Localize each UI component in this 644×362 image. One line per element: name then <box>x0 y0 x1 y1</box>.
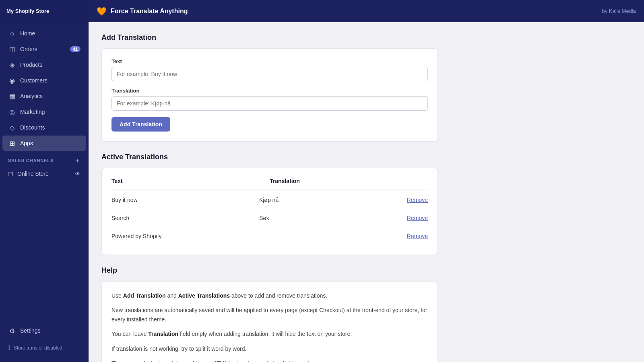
help-card: Use Add Translation and Active Translati… <box>101 281 438 362</box>
add-translation-title: Add Translation <box>101 33 438 42</box>
sidebar-item-label: Customers <box>20 77 47 84</box>
sidebar-item-label: Marketing <box>20 109 45 115</box>
add-translation-card: Text Translation Add Translation <box>101 48 438 142</box>
info-icon <box>8 344 10 352</box>
active-translations-section: Active Translations Text Translation Buy… <box>101 153 438 255</box>
row-translation: Søk <box>259 215 407 221</box>
translation-input[interactable] <box>111 96 428 111</box>
sidebar-item-marketing[interactable]: Marketing <box>2 104 86 119</box>
help-paragraph-2: New translations are automatically saved… <box>111 306 428 324</box>
by-label: by Kalis Media <box>602 8 636 14</box>
topbar: 🧡 Force Translate Anything by Kalis Medi… <box>89 0 644 22</box>
table-row: Buy it now Kjøp nå Remove <box>111 191 428 209</box>
sidebar-bottom: Settings Store transfer disabled <box>0 319 89 362</box>
app-emoji: 🧡 <box>97 6 107 16</box>
discounts-icon <box>8 123 16 132</box>
help-paragraph-5: This app works for translations of text … <box>111 359 428 362</box>
sidebar: My Shopify Store Home Orders 41 Products… <box>0 0 89 362</box>
sidebar-item-orders[interactable]: Orders 41 <box>2 41 86 57</box>
online-store-left: Online Store <box>8 170 49 177</box>
store-icon <box>8 170 13 177</box>
sidebar-item-label: Analytics <box>20 93 43 99</box>
help-paragraph-1: Use Add Translation and Active Translati… <box>111 291 428 300</box>
sidebar-item-customers[interactable]: Customers <box>2 73 86 88</box>
remove-button[interactable]: Remove <box>407 215 428 221</box>
content: Add Translation Text Translation Add Tra… <box>89 22 451 362</box>
active-translations-card: Text Translation Buy it now Kjøp nå Remo… <box>101 168 438 255</box>
sidebar-item-apps[interactable]: Apps <box>2 136 86 151</box>
main-area: 🧡 Force Translate Anything by Kalis Medi… <box>89 0 644 362</box>
row-text: Search <box>111 215 259 221</box>
col-header-text: Text <box>111 178 270 184</box>
table-header: Text Translation <box>111 178 428 189</box>
col-header-translation: Translation <box>270 178 428 184</box>
app-name: Force Translate Anything <box>111 8 188 15</box>
settings-label: Settings <box>20 327 41 334</box>
help-section: Help Use Add Translation and Active Tran… <box>101 266 438 362</box>
table-row: Powered by Shopify Remove <box>111 227 428 245</box>
add-translation-button[interactable]: Add Translation <box>111 117 170 132</box>
sidebar-nav: Home Orders 41 Products Customers Analyt… <box>0 22 89 319</box>
app-title: 🧡 Force Translate Anything <box>97 6 188 16</box>
remove-button[interactable]: Remove <box>407 197 428 203</box>
translations-table: Text Translation Buy it now Kjøp nå Remo… <box>111 178 428 245</box>
customers-icon <box>8 76 16 84</box>
add-translation-section: Add Translation Text Translation Add Tra… <box>101 33 438 142</box>
help-paragraph-3: You can leave Translation field empty wh… <box>111 329 428 338</box>
sidebar-item-label: Apps <box>20 140 33 146</box>
orders-badge: 41 <box>70 46 80 52</box>
sidebar-item-settings[interactable]: Settings <box>2 323 86 338</box>
store-transfer-notice: Store transfer disabled <box>2 340 86 356</box>
sidebar-header: My Shopify Store <box>0 0 89 22</box>
orders-icon <box>8 45 16 53</box>
text-input[interactable] <box>111 67 428 81</box>
settings-icon <box>8 327 16 335</box>
products-icon <box>8 61 16 69</box>
table-row: Search Søk Remove <box>111 209 428 227</box>
add-sales-channel-button[interactable] <box>75 157 80 164</box>
text-field-label: Text <box>111 58 428 64</box>
active-translations-title: Active Translations <box>101 153 438 161</box>
eye-icon[interactable] <box>75 171 80 177</box>
sidebar-item-label: Discounts <box>20 124 45 131</box>
sidebar-item-label: Orders <box>20 46 37 52</box>
analytics-icon <box>8 92 16 100</box>
help-title: Help <box>101 266 438 275</box>
translation-field-label: Translation <box>111 88 428 94</box>
sales-channels-label: SALES CHANNELS <box>8 158 54 163</box>
remove-button[interactable]: Remove <box>407 233 428 239</box>
sidebar-item-label: Products <box>20 62 42 68</box>
apps-icon <box>8 139 16 147</box>
sidebar-item-online-store[interactable]: Online Store <box>2 166 86 181</box>
online-store-label: Online Store <box>17 171 49 177</box>
home-icon <box>8 29 16 37</box>
help-paragraph-4: If translation is not working, try to sp… <box>111 344 428 353</box>
marketing-icon <box>8 108 16 116</box>
row-translation: Kjøp nå <box>259 197 407 203</box>
sidebar-item-discounts[interactable]: Discounts <box>2 120 86 135</box>
store-transfer-label: Store transfer disabled <box>14 345 62 351</box>
row-text: Buy it now <box>111 197 259 203</box>
row-text: Powered by Shopify <box>111 233 259 239</box>
sidebar-item-analytics[interactable]: Analytics <box>2 88 86 104</box>
sidebar-item-home[interactable]: Home <box>2 26 86 41</box>
store-name: My Shopify Store <box>6 8 49 14</box>
sales-channels-section: SALES CHANNELS <box>0 151 89 166</box>
sidebar-item-products[interactable]: Products <box>2 57 86 72</box>
sidebar-item-label: Home <box>20 30 35 37</box>
